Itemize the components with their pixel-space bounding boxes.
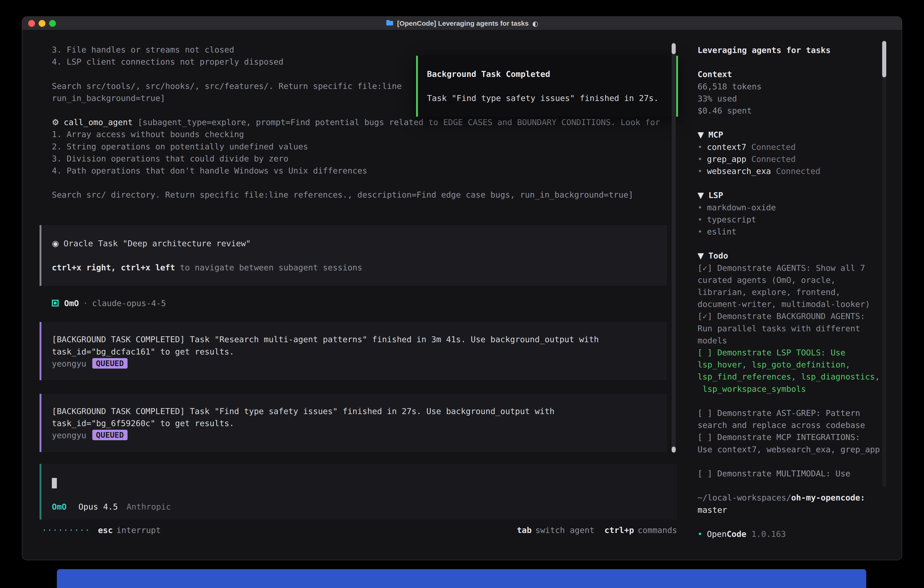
blank-line xyxy=(698,177,902,189)
brand-code: Code xyxy=(727,529,746,538)
traffic-lights xyxy=(22,20,56,27)
bullet-icon: • xyxy=(698,167,702,176)
mcp-status: Connected xyxy=(751,142,796,152)
zoom-button[interactable] xyxy=(49,20,56,27)
message-author: yeongyu xyxy=(52,431,86,440)
folder-icon xyxy=(386,20,394,28)
background-task-message: [BACKGROUND TASK COMPLETED] Task "Resear… xyxy=(40,322,667,380)
message-meta: yeongyuQUEUED xyxy=(52,429,667,441)
caret-down-icon: ▼ xyxy=(698,251,704,260)
oracle-task-card: ◉Oracle Task "Deep architecture review" … xyxy=(40,225,667,286)
hint-keys: ctrl+x right, ctrl+x left xyxy=(52,263,175,272)
blank-line xyxy=(698,395,902,407)
caret-down-icon: ▼ xyxy=(698,190,704,200)
todo-item-line: [ ] Demonstrate MCP INTEGRATIONS: xyxy=(698,431,902,443)
todo-item-line: document-writer, multimodal-looker) xyxy=(698,298,902,310)
todo-item-line: models xyxy=(698,334,902,347)
agent-model: claude-opus-4-5 xyxy=(92,299,166,308)
app-window: [OpenCode] Leveraging agents for tasks◐ … xyxy=(22,17,902,560)
workspace-repo: oh-my-opencode: xyxy=(791,493,865,502)
queued-badge: QUEUED xyxy=(92,358,127,368)
scrollbar-thumb[interactable] xyxy=(672,43,676,54)
lsp-item: •typescript xyxy=(698,213,902,226)
blank-line xyxy=(52,249,667,261)
sidebar-scrollbar[interactable] xyxy=(882,41,886,487)
minimize-button[interactable] xyxy=(39,20,46,27)
window-title-text: [OpenCode] Leveraging agents for tasks xyxy=(397,20,529,27)
message-meta: yeongyuQUEUED xyxy=(52,358,667,370)
version-number: 1.0.163 xyxy=(751,529,786,538)
todo-item-line: Use context7, websearch_exa, grep_app xyxy=(698,443,902,456)
todo-item-line: lsp_workspace_symbols xyxy=(698,383,902,395)
todo-item-line: curated agents (OmO, oracle, xyxy=(698,274,902,286)
mcp-name: websearch_exa xyxy=(707,167,771,176)
scrollback-line: 3. File handles or streams not closed xyxy=(40,44,689,56)
mcp-name: grep_app xyxy=(707,154,746,164)
active-agent-name: OmO xyxy=(52,502,67,511)
main-area: 3. File handles or streams not closed 4.… xyxy=(22,31,902,560)
spinner-dots-icon: ········· xyxy=(42,525,90,535)
todo-heading: ▼Todo xyxy=(698,249,902,262)
git-branch: master xyxy=(698,504,902,516)
oracle-title-line: ◉Oracle Task "Deep architecture review" xyxy=(52,237,667,249)
lsp-name: typescript xyxy=(707,215,756,224)
blank-line xyxy=(698,238,902,249)
chat-pane: 3. File handles or streams not closed 4.… xyxy=(22,31,689,560)
todo-heading-label: Todo xyxy=(708,251,728,260)
oracle-title: Oracle Task "Deep architecture review" xyxy=(63,239,251,248)
esc-key-hint: esc xyxy=(98,525,113,535)
todo-item-line: lsp_find_references, lsp_diagnostics, xyxy=(698,371,902,383)
status-bar: ·········escinterrupt tabswitch agentctr… xyxy=(40,524,677,536)
scrollback-line: Search src/ directory. Return specific f… xyxy=(40,189,689,201)
context-used: 33% used xyxy=(698,92,902,105)
esc-key-label: interrupt xyxy=(116,525,161,535)
message-line: [BACKGROUND TASK COMPLETED] Task "Resear… xyxy=(52,333,667,345)
blank-line xyxy=(698,456,902,467)
blank-line xyxy=(698,516,902,528)
mcp-heading-label: MCP xyxy=(708,130,723,139)
prompt-input[interactable]: OmOOpus 4.5Anthropic xyxy=(40,464,677,520)
todo-item-line: librarian, explore, frontend, xyxy=(698,286,902,298)
brand-open: Open xyxy=(707,529,727,538)
todo-item-line: lsp_hover, lsp_goto_definition, xyxy=(698,358,902,371)
background-task-message: [BACKGROUND TASK COMPLETED] Task "Find t… xyxy=(40,394,667,452)
bullet-icon: • xyxy=(698,529,702,538)
context-heading: Context xyxy=(698,68,902,80)
scrollbar-thumb-bottom[interactable] xyxy=(672,447,676,453)
titlebar[interactable]: [OpenCode] Leveraging agents for tasks◐ xyxy=(22,17,902,30)
commands-key-hint: ctrl+p xyxy=(605,525,634,535)
progress-pie-icon: ◐ xyxy=(532,20,538,28)
mcp-status: Connected xyxy=(751,154,796,164)
status-left: ·········escinterrupt xyxy=(42,524,161,536)
chat-scrollbar[interactable] xyxy=(672,42,676,453)
workspace-path-prefix: ~/local-workspaces/ xyxy=(698,493,791,502)
tool-args: [subagent_type=explore, prompt=Find pote… xyxy=(133,117,660,127)
toast-title: Background Task Completed xyxy=(427,68,676,80)
mcp-item: •context7Connected xyxy=(698,141,902,153)
commands-key-label: commands xyxy=(638,525,677,535)
window-title: [OpenCode] Leveraging agents for tasks◐ xyxy=(22,20,902,28)
session-title: Leveraging agents for tasks xyxy=(698,44,902,56)
input-cursor-line xyxy=(52,477,677,489)
toast-body: Task "Find type safety issues" finished … xyxy=(427,92,676,104)
active-model-name: Opus 4.5 xyxy=(78,502,118,511)
scrollback-line: 4. Path operations that don't handle Win… xyxy=(40,165,689,177)
scrollback-line: 2. String operations on potentially unde… xyxy=(40,140,689,153)
agent-name: OmO xyxy=(64,299,79,308)
scrollback-line: 1. Array access without bounds checking xyxy=(40,128,689,140)
scrollbar-thumb[interactable] xyxy=(882,41,886,77)
sidebar: Leveraging agents for tasks Context 66,5… xyxy=(689,31,902,560)
mcp-item: •websearch_exaConnected xyxy=(698,165,902,177)
tool-call-line: ⚙call_omo_agent [subagent_type=explore, … xyxy=(40,116,689,128)
agent-icon xyxy=(52,300,59,307)
bullet-icon: • xyxy=(698,215,702,224)
workspace-path: ~/local-workspaces/oh-my-opencode: xyxy=(698,492,902,504)
blank-line xyxy=(698,56,902,68)
toast-notification: Background Task Completed Task "Find typ… xyxy=(416,56,678,117)
todo-item-line: [✓] Demonstrate BACKGROUND AGENTS: xyxy=(698,310,902,322)
app-version: •OpenCode1.0.163 xyxy=(698,528,902,540)
model-info-line: OmOOpus 4.5Anthropic xyxy=(52,501,677,513)
message-line: [BACKGROUND TASK COMPLETED] Task "Find t… xyxy=(52,405,667,417)
todo-item-line: [ ] Demonstrate AST-GREP: Pattern xyxy=(698,407,902,419)
close-button[interactable] xyxy=(28,20,35,27)
